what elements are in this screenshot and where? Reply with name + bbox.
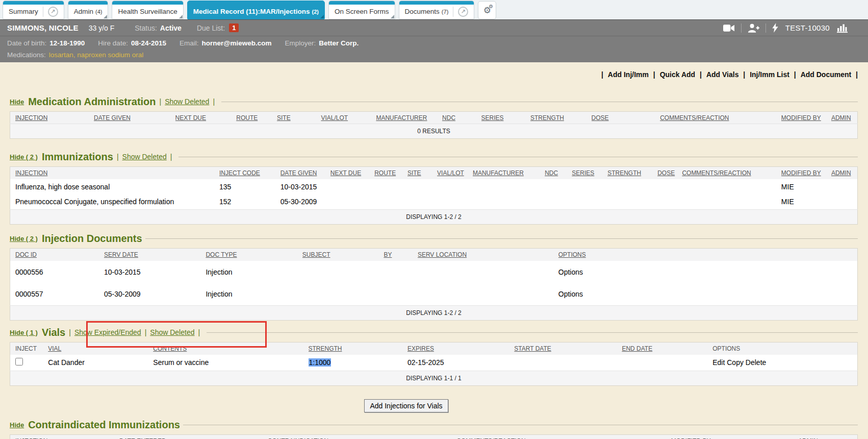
column-header[interactable]: STRENGTH <box>530 112 592 124</box>
column-header[interactable]: DATE ENTERED <box>119 435 268 439</box>
column-header[interactable]: START DATE <box>514 343 622 355</box>
column-header[interactable]: VIAL/LOT <box>321 112 376 124</box>
tab-medical-record[interactable]: Medical Record (11):MAR/Injections (2) <box>187 1 325 19</box>
paging-status: DISPLAYING 1-2 / 2 <box>10 210 858 225</box>
hide-link[interactable]: Hide ( 2 ) <box>10 235 38 242</box>
column-header[interactable]: DOSE <box>592 112 660 124</box>
column-header[interactable]: SERV LOCATION <box>418 249 558 261</box>
column-header[interactable]: OPTIONS <box>558 249 858 261</box>
options-menu[interactable]: Options <box>558 268 583 276</box>
open-record-icon[interactable]: ↗ <box>458 7 468 17</box>
column-header[interactable]: CONTRAINDICATION <box>268 435 457 439</box>
column-header[interactable]: SERIES <box>481 112 530 124</box>
add-injections-for-vials-button[interactable]: Add Injections for Vials <box>364 399 448 412</box>
column-header[interactable]: CONTENTS <box>153 343 308 355</box>
doc-id[interactable]: 0000556 <box>10 261 104 283</box>
flowsheet-chart-icon[interactable] <box>837 23 848 33</box>
column-header[interactable]: ROUTE <box>236 112 277 124</box>
video-call-icon[interactable] <box>723 24 735 32</box>
section-title: Vials <box>42 327 65 338</box>
show-deleted-link[interactable]: Show Deleted <box>122 153 167 161</box>
tab-documents[interactable]: Documents (7) ↗ <box>399 1 475 19</box>
column-header[interactable]: INJECTION <box>10 167 220 179</box>
column-header[interactable]: NDC <box>442 112 481 124</box>
column-header[interactable]: ADMIN <box>798 435 857 439</box>
show-deleted-link[interactable]: Show Deleted <box>150 328 194 336</box>
column-header[interactable]: DOSE <box>657 167 682 179</box>
tab-on-screen-forms[interactable]: On Screen Forms <box>328 1 395 19</box>
paging-status: DISPLAYING 1-2 / 2 <box>10 306 858 321</box>
column-header[interactable]: COMMENTS/REACTION <box>660 112 781 124</box>
settings-button[interactable]: ⚙ ⚙ <box>478 1 496 19</box>
patient-medications-row: Medications: losartan, naproxen sodium o… <box>0 50 868 62</box>
hide-link[interactable]: Hide ( 2 ) <box>10 153 38 161</box>
column-header[interactable]: NEXT DUE <box>330 167 374 179</box>
column-header[interactable]: BY <box>384 249 417 261</box>
column-header[interactable]: ROUTE <box>374 167 407 179</box>
tab-summary[interactable]: Summary ↗ <box>3 1 64 19</box>
column-header[interactable]: MANUFACTURER <box>473 167 545 179</box>
vial-inject-checkbox[interactable] <box>15 358 23 365</box>
column-header[interactable]: END DATE <box>622 343 712 355</box>
section-title: Immunizations <box>42 151 113 163</box>
patient-id: TEST-10030 <box>785 23 830 32</box>
column-header[interactable]: VIAL/LOT <box>437 167 473 179</box>
column-header[interactable]: MANUFACTURER <box>376 112 442 124</box>
tab-label: Health Surveillance <box>118 8 177 15</box>
icon-divider <box>741 23 742 33</box>
add-inj-imm-link[interactable]: Add Inj/Imm <box>608 70 649 79</box>
medication-link[interactable]: naproxen sodium oral <box>77 51 143 59</box>
column-header[interactable]: NDC <box>545 167 572 179</box>
inj-imm-list-link[interactable]: Inj/Imm List <box>750 70 789 79</box>
action-links: | Add Inj/Imm | Quick Add | Add Vials | … <box>10 70 858 81</box>
column-header[interactable]: DATE GIVEN <box>280 167 330 179</box>
show-expired-ended-link[interactable]: Show Expired/Ended <box>74 328 141 336</box>
column-header[interactable]: STRENGTH <box>309 343 407 355</box>
open-record-icon[interactable]: ↗ <box>48 7 58 17</box>
column-header[interactable]: ADMIN <box>831 167 858 179</box>
column-header[interactable]: DATE GIVEN <box>94 112 175 124</box>
patient-demographics-row: Date of birth: 12-18-1990 Hire date: 08-… <box>0 36 868 50</box>
patient-header-actions: TEST-10030 <box>723 23 861 33</box>
hide-link[interactable]: Hide <box>10 421 24 429</box>
patient-name: SIMMONS, NICOLE <box>7 23 79 32</box>
column-header[interactable]: COMMENTS/REACTION <box>456 435 671 439</box>
tab-health-surveillance[interactable]: Health Surveillance <box>112 1 183 19</box>
column-header[interactable]: SUBJECT <box>302 249 384 261</box>
column-header[interactable]: VIAL <box>48 343 153 355</box>
show-deleted-link[interactable]: Show Deleted <box>165 97 209 106</box>
column-header[interactable]: NEXT DUE <box>175 112 237 124</box>
quick-actions-icon[interactable] <box>772 23 778 33</box>
column-header[interactable]: MODIFIED BY <box>781 167 831 179</box>
medication-link[interactable]: losartan <box>49 51 73 59</box>
column-header[interactable]: INJECTION <box>10 112 94 124</box>
add-vials-link[interactable]: Add Vials <box>706 70 739 79</box>
row-actions-edit-copy-delete[interactable]: Edit Copy Delete <box>712 358 766 367</box>
column-header[interactable]: EXPIRES <box>407 343 514 355</box>
column-header[interactable]: STRENGTH <box>607 167 657 179</box>
add-user-icon[interactable] <box>748 23 759 33</box>
tab-admin[interactable]: Admin (4) <box>68 1 109 19</box>
tab-bar: Summary ↗ Admin (4) Health Surveillance … <box>0 0 868 19</box>
hide-link[interactable]: Hide ( 1 ) <box>10 329 38 336</box>
doc-id[interactable]: 0000557 <box>10 283 104 306</box>
add-document-link[interactable]: Add Document <box>801 70 852 79</box>
column-header[interactable]: SITE <box>277 112 321 124</box>
employer-value: Better Corp. <box>319 39 359 47</box>
due-list-badge[interactable]: 1 <box>229 23 239 32</box>
column-header[interactable]: MODIFIED BY <box>671 435 798 439</box>
column-header[interactable]: COMMENTS/REACTION <box>682 167 781 179</box>
column-header[interactable]: ADMIN <box>831 112 858 124</box>
section-rule <box>207 332 858 333</box>
column-header[interactable]: MODIFIED BY <box>781 112 831 124</box>
column-header[interactable]: DOC ID <box>10 249 104 261</box>
column-header[interactable]: SITE <box>407 167 437 179</box>
column-header[interactable]: SERV DATE <box>104 249 206 261</box>
column-header[interactable]: INJECT CODE <box>219 167 280 179</box>
column-header[interactable]: SERIES <box>572 167 607 179</box>
quick-add-link[interactable]: Quick Add <box>660 70 696 79</box>
options-menu[interactable]: Options <box>558 290 583 298</box>
column-header[interactable]: INJECTION <box>10 435 119 439</box>
hide-link[interactable]: Hide <box>10 98 24 106</box>
column-header[interactable]: DOC TYPE <box>206 249 302 261</box>
